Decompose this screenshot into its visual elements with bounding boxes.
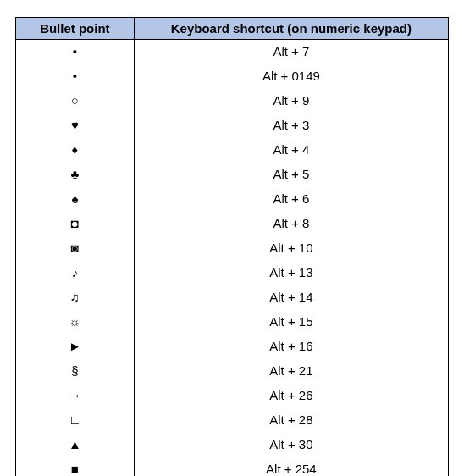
shortcut-cell: Alt + 0149 xyxy=(134,64,448,89)
shortcut-cell: Alt + 10 xyxy=(134,236,448,261)
bullet-cell: ♫ xyxy=(16,285,135,310)
table-row: ►Alt + 16 xyxy=(16,335,449,359)
bullet-cell: ○ xyxy=(16,89,135,113)
bullet-cell: ♠ xyxy=(16,187,135,212)
table-row: •Alt + 7 xyxy=(16,40,449,64)
table-row: ☼Alt + 15 xyxy=(16,310,449,335)
shortcut-cell: Alt + 16 xyxy=(134,335,448,359)
bullet-shortcut-table: Bullet point Keyboard shortcut (on numer… xyxy=(15,17,449,476)
bullet-cell: • xyxy=(16,64,135,89)
table-row: ∟Alt + 28 xyxy=(16,408,449,433)
bullet-cell: ♣ xyxy=(16,163,135,187)
bullet-cell: ◘ xyxy=(16,212,135,236)
table-row: ♫Alt + 14 xyxy=(16,285,449,310)
shortcut-cell: Alt + 5 xyxy=(134,163,448,187)
table-header-row: Bullet point Keyboard shortcut (on numer… xyxy=(16,18,449,40)
shortcut-cell: Alt + 3 xyxy=(134,113,448,138)
shortcut-cell: Alt + 7 xyxy=(134,40,448,64)
table-row: ♠Alt + 6 xyxy=(16,187,449,212)
table-row: →Alt + 26 xyxy=(16,384,449,408)
shortcut-cell: Alt + 9 xyxy=(134,89,448,113)
shortcut-cell: Alt + 26 xyxy=(134,384,448,408)
shortcut-cell: Alt + 28 xyxy=(134,408,448,433)
shortcut-cell: Alt + 30 xyxy=(134,433,448,457)
shortcut-cell: Alt + 13 xyxy=(134,261,448,285)
shortcut-cell: Alt + 21 xyxy=(134,359,448,384)
bullet-cell: ► xyxy=(16,335,135,359)
table-row: ♥Alt + 3 xyxy=(16,113,449,138)
shortcut-cell: Alt + 4 xyxy=(134,138,448,163)
table-row: ♦Alt + 4 xyxy=(16,138,449,163)
bullet-cell: ☼ xyxy=(16,310,135,335)
bullet-cell: ■ xyxy=(16,457,135,477)
shortcut-cell: Alt + 14 xyxy=(134,285,448,310)
bullet-cell: ♥ xyxy=(16,113,135,138)
table-row: •Alt + 0149 xyxy=(16,64,449,89)
shortcut-cell: Alt + 15 xyxy=(134,310,448,335)
bullet-cell: ▲ xyxy=(16,433,135,457)
table-row: ◙Alt + 10 xyxy=(16,236,449,261)
table-row: ▲Alt + 30 xyxy=(16,433,449,457)
shortcut-cell: Alt + 8 xyxy=(134,212,448,236)
shortcut-cell: Alt + 6 xyxy=(134,187,448,212)
shortcut-cell: Alt + 254 xyxy=(134,457,448,477)
bullet-cell: ♦ xyxy=(16,138,135,163)
table-row: ■Alt + 254 xyxy=(16,457,449,477)
bullet-cell: ∟ xyxy=(16,408,135,433)
table-row: ♪Alt + 13 xyxy=(16,261,449,285)
table-row: §Alt + 21 xyxy=(16,359,449,384)
bullet-cell: ◙ xyxy=(16,236,135,261)
bullet-cell: • xyxy=(16,40,135,64)
table-row: ◘Alt + 8 xyxy=(16,212,449,236)
header-bullet: Bullet point xyxy=(16,18,135,40)
header-shortcut: Keyboard shortcut (on numeric keypad) xyxy=(134,18,448,40)
table-row: ♣Alt + 5 xyxy=(16,163,449,187)
bullet-cell: § xyxy=(16,359,135,384)
table-row: ○Alt + 9 xyxy=(16,89,449,113)
bullet-cell: ♪ xyxy=(16,261,135,285)
bullet-cell: → xyxy=(16,384,135,408)
